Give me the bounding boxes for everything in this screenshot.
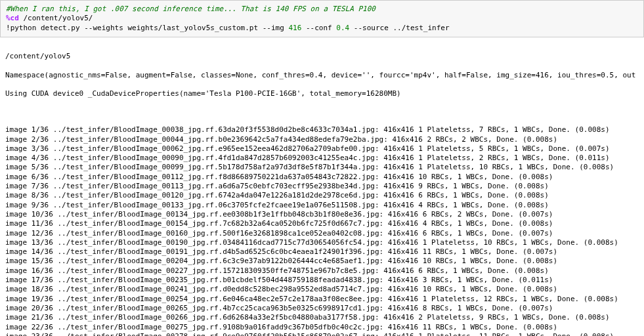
shell-cmd-pre: python detect.py --weights weights/last_… <box>11 24 289 32</box>
inference-line: image 8/36 ../test_infer/BloodImage_0012… <box>5 191 644 200</box>
code-comment: #When I ran this, I got .007 second infe… <box>6 5 376 13</box>
inference-line: image 13/36 ../test_infer/BloodImage_001… <box>5 238 644 247</box>
inference-line: image 1/36 ../test_infer/BloodImage_0003… <box>5 125 644 135</box>
magic-cd: %cd <box>6 14 19 22</box>
inference-line: image 10/36 ../test_infer/BloodImage_001… <box>5 210 644 219</box>
code-cell-input[interactable]: #When I ran this, I got .007 second infe… <box>0 0 644 37</box>
cell-output: /content/yolov5 Namespace(agnostic_nms=F… <box>0 43 644 336</box>
cuda-line: Using CUDA device0 _CudaDeviceProperties… <box>5 89 644 98</box>
magic-cd-arg: /content/yolov5/ <box>19 14 93 22</box>
inference-line: image 3/36 ../test_infer/BloodImage_0006… <box>5 144 644 154</box>
inference-line: image 7/36 ../test_infer/BloodImage_0011… <box>5 182 644 191</box>
conf-val: 0.4 <box>336 24 349 32</box>
shell-bang: ! <box>6 24 11 32</box>
img-size-val: 416 <box>288 24 301 32</box>
inference-line: image 5/36 ../test_infer/BloodImage_0009… <box>5 163 644 172</box>
inference-line: image 23/36 ../test_infer/BloodImage_002… <box>5 332 644 336</box>
inference-line: image 21/36 ../test_infer/BloodImage_002… <box>5 313 644 322</box>
inference-line: image 2/36 ../test_infer/BloodImage_0004… <box>5 135 644 144</box>
inference-line: image 18/36 ../test_infer/BloodImage_002… <box>5 285 644 294</box>
cwd-line: /content/yolov5 <box>5 52 644 61</box>
inference-line: image 22/36 ../test_infer/BloodImage_002… <box>5 323 644 332</box>
blank-line <box>5 108 644 116</box>
inference-line: image 4/36 ../test_infer/BloodImage_0009… <box>5 154 644 163</box>
inference-line: image 20/36 ../test_infer/BloodImage_002… <box>5 304 644 313</box>
shell-cmd-mid: --conf <box>301 24 336 32</box>
inference-line: image 14/36 ../test_infer/BloodImage_001… <box>5 247 644 257</box>
namespace-line: Namespace(agnostic_nms=False, augment=Fa… <box>5 71 644 80</box>
inference-lines: image 1/36 ../test_infer/BloodImage_0003… <box>5 125 644 336</box>
inference-line: image 6/36 ../test_infer/BloodImage_0011… <box>5 173 644 182</box>
inference-line: image 17/36 ../test_infer/BloodImage_002… <box>5 276 644 285</box>
inference-line: image 9/36 ../test_infer/BloodImage_0013… <box>5 201 644 210</box>
inference-line: image 12/36 ../test_infer/BloodImage_001… <box>5 229 644 238</box>
shell-cmd-post: --source ../test_infer <box>349 24 449 32</box>
inference-line: image 15/36 ../test_infer/BloodImage_002… <box>5 257 644 266</box>
inference-line: image 16/36 ../test_infer/BloodImage_002… <box>5 266 644 276</box>
inference-line: image 19/36 ../test_infer/BloodImage_002… <box>5 295 644 304</box>
inference-line: image 11/36 ../test_infer/BloodImage_001… <box>5 219 644 228</box>
